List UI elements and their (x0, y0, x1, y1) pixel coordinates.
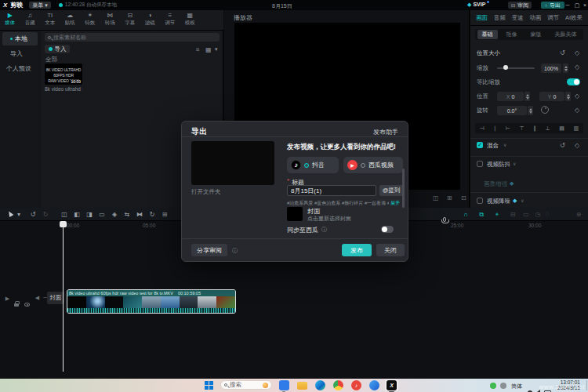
mention-button[interactable]: @提到 (379, 185, 403, 196)
position-y-stepper[interactable] (565, 92, 571, 101)
media-item-thumbnail[interactable]: 8K VIDEO ULTRAHD 60FPS HDR RAW VIDEO TES… (45, 64, 82, 85)
platform-xigua[interactable]: ▶ 西瓜视频 (343, 157, 403, 173)
delete-icon[interactable]: ▭ (96, 211, 108, 218)
rotation-stepper[interactable] (528, 106, 533, 115)
playhead-line[interactable] (63, 221, 64, 372)
taskbar-photos-app[interactable] (369, 380, 379, 390)
uniform-scale-toggle[interactable] (567, 78, 580, 85)
position-keyframe-icon[interactable]: ◇ (575, 93, 579, 100)
tab-text[interactable]: TI文本 (40, 10, 60, 30)
reset-icon[interactable]: ↺ (560, 49, 565, 56)
rotate-icon[interactable]: ↻ (146, 211, 158, 218)
mirror-icon[interactable]: ⧓ (133, 211, 146, 218)
tab-effects[interactable]: ✶特效 (80, 10, 100, 30)
trim-left-icon[interactable]: ◧ (71, 211, 83, 218)
timeline-zoom-icon[interactable]: ⊕ (572, 211, 585, 218)
cover-thumbnail[interactable] (287, 207, 303, 221)
tab-picture[interactable]: 画面 (476, 14, 488, 22)
marker-icon[interactable]: ♢ (541, 211, 554, 218)
tray-app-icon-2[interactable] (500, 383, 506, 389)
grid-view-icon[interactable]: ▦ (205, 46, 212, 53)
tab-speed[interactable]: 变速 (512, 14, 524, 22)
preview-axis-icon[interactable]: ⌖ (491, 211, 503, 219)
pip-view-icon[interactable]: ◫ (433, 194, 439, 201)
tab-audio[interactable]: ♫音频 (20, 10, 41, 30)
rail-item-presets[interactable]: 个人预设 (2, 62, 38, 75)
fullscreen-icon[interactable]: ⊡ (461, 194, 466, 201)
rotation-keyframe-icon[interactable]: ◇ (575, 107, 579, 114)
svip-badge[interactable]: ◆ SVIP (467, 2, 489, 7)
track-height-icon[interactable]: ⊟ (506, 211, 519, 218)
tray-app-icon[interactable] (490, 383, 496, 389)
douyin-radio[interactable] (304, 163, 309, 168)
tab-media[interactable]: ▶媒体 (0, 10, 20, 30)
tab-adjustment[interactable]: 调节 (547, 14, 559, 22)
select-tool-caret-icon[interactable]: ▾ (16, 211, 22, 218)
position-x-stepper[interactable] (524, 92, 530, 101)
minimize-button[interactable]: ─ (563, 2, 572, 8)
view-caret-icon[interactable]: ▾ (215, 46, 218, 53)
align-top-icon[interactable]: ⊤ (520, 125, 524, 132)
keyframe-icon[interactable]: ◇ (575, 49, 579, 56)
taskbar-music-app[interactable]: ♪ (351, 380, 361, 390)
publish-helper-link[interactable]: 发布助手 (373, 128, 398, 136)
tab-animation[interactable]: 动画 (529, 14, 541, 22)
distribute-h-icon[interactable]: ▤ (559, 125, 564, 132)
freeze-frame-icon[interactable]: ◈ (108, 211, 121, 218)
lock-track-icon[interactable] (14, 296, 19, 310)
dialog-scrollbar[interactable] (402, 169, 405, 208)
tab-filters[interactable]: ◑滤镜 (140, 10, 161, 30)
rail-item-import[interactable]: 导入 (2, 47, 38, 60)
cover-button[interactable]: 封面 (47, 292, 64, 304)
rotation-knob[interactable] (541, 106, 549, 114)
ratio-icon[interactable]: ⊞ (447, 194, 452, 201)
denoise-chevron-icon[interactable]: ∨ (521, 198, 524, 203)
publish-button[interactable]: 发布 (342, 244, 372, 256)
scale-keyframe-icon[interactable]: ◇ (575, 64, 579, 71)
close-button[interactable]: × (580, 2, 588, 8)
video-clip[interactable]: 8k video ultrahd 60fps hdr raw video tes… (67, 289, 236, 314)
sort-icon[interactable]: ≡ (196, 46, 200, 53)
playhead-handle[interactable] (60, 221, 67, 227)
blend-keyframe-icon[interactable]: ◇ (575, 142, 579, 149)
sync-xigua-toggle[interactable] (381, 226, 394, 233)
link-tracks-icon[interactable]: ⧉ (475, 211, 488, 219)
monitor-icon[interactable]: ▭ (520, 211, 532, 218)
align-left-icon[interactable]: ⊣ (480, 125, 485, 132)
tab-audio-props[interactable]: 音频 (494, 14, 506, 22)
taskbar-search[interactable]: 搜索 (220, 380, 272, 390)
hashtag-suggestions[interactable]: #治愈系风景 #蓝色治愈系 #旅行碎片 #一起看海 # (287, 200, 389, 207)
distribute-v-icon[interactable]: ▥ (573, 125, 579, 132)
scale-slider-handle[interactable] (503, 65, 508, 70)
expand-link[interactable]: 展开 (390, 200, 400, 207)
subtab-cutout[interactable]: 抠像 (502, 30, 522, 39)
magnet-snap-icon[interactable]: ∩ (459, 211, 472, 218)
media-search[interactable]: 搜索素材名称 (45, 33, 220, 42)
tab-templates[interactable]: ▦模板 (180, 10, 201, 30)
redo-icon[interactable]: ↻ (39, 211, 52, 218)
subtab-mask[interactable]: 蒙版 (526, 30, 546, 39)
start-button[interactable] (205, 381, 213, 390)
tab-transitions[interactable]: ⋈转场 (100, 10, 121, 30)
export-button[interactable]: ↑ 导出 (541, 2, 564, 9)
trim-right-icon[interactable]: ◨ (83, 211, 96, 218)
taskbar-app-store[interactable] (279, 380, 289, 390)
toggle-visibility-icon[interactable] (24, 296, 30, 310)
tab-captions[interactable]: ⊟字幕 (120, 10, 140, 30)
subtab-beauty[interactable]: 美颜美体 (550, 30, 582, 39)
filter-all-label[interactable]: 全部 (45, 56, 57, 64)
blend-checkbox[interactable]: ✓ (477, 142, 483, 148)
scale-value[interactable]: 100% (541, 64, 561, 73)
subtab-basic[interactable]: 基础 (477, 30, 498, 39)
open-folder-link[interactable]: 打开文件夹 (191, 188, 221, 196)
share-review-button[interactable]: 分享审阅 (191, 244, 227, 256)
enhance-label[interactable]: 画质增强 (484, 180, 507, 188)
reverse-icon[interactable]: ⇆ (121, 211, 133, 218)
align-center-v-icon[interactable]: ∥ (533, 125, 536, 132)
dialog-close-button[interactable]: 关闭 (376, 244, 405, 256)
taskbar-chrome-browser[interactable] (333, 380, 343, 390)
undo-icon[interactable]: ↺ (27, 211, 39, 218)
blend-reset-icon[interactable]: ↺ (560, 142, 565, 149)
position-y-field[interactable]: Y0 (539, 92, 564, 101)
xigua-radio[interactable] (361, 163, 365, 168)
